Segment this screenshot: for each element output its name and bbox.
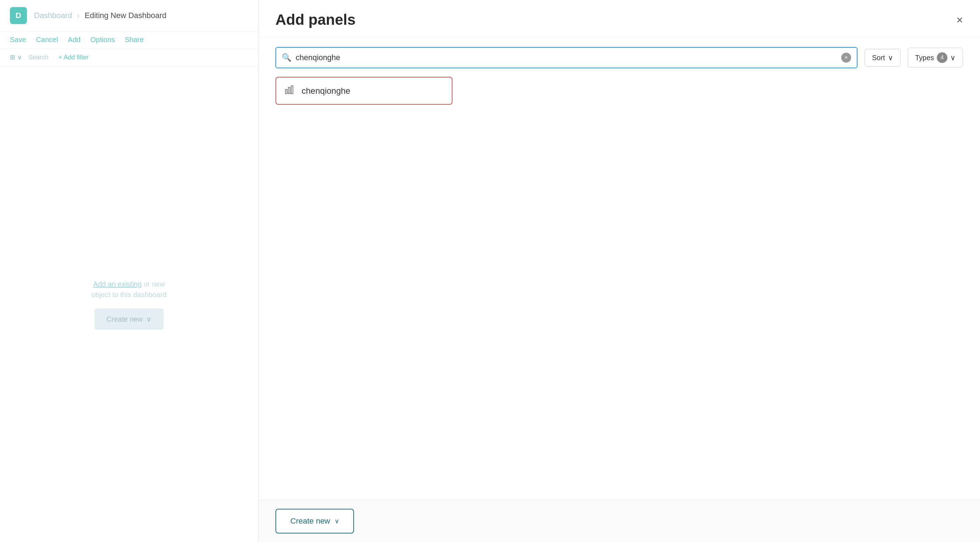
types-chevron-icon: ∨ xyxy=(950,54,956,62)
search-placeholder-text: Search xyxy=(28,54,48,61)
top-bar: D Dashboard › Editing New Dashboard xyxy=(0,0,258,32)
panel-footer: Create new ∨ xyxy=(258,500,980,542)
action-bar: Save Cancel Add Options Share xyxy=(0,32,258,49)
panel-title: Add panels xyxy=(275,11,355,28)
add-filter-button[interactable]: + Add filter xyxy=(59,54,89,61)
search-bar-area: 🔍 × Sort ∨ Types 4 ∨ xyxy=(258,37,980,68)
types-button[interactable]: Types 4 ∨ xyxy=(908,48,963,68)
result-item[interactable]: chenqionghe xyxy=(275,77,452,105)
search-area: Search xyxy=(28,54,48,61)
create-new-button-left[interactable]: Create new ∨ xyxy=(94,309,164,330)
empty-state-text: Add an existing or new object to this da… xyxy=(91,279,166,300)
search-input-wrapper: 🔍 × xyxy=(275,47,858,68)
close-button[interactable]: × xyxy=(956,14,963,25)
breadcrumb-editing: Editing New Dashboard xyxy=(84,11,166,20)
filter-bar: ⊞ ∨ Search + Add filter xyxy=(0,49,258,67)
filter-chevron-icon: ∨ xyxy=(18,54,22,61)
share-button[interactable]: Share xyxy=(125,36,143,44)
sort-button[interactable]: Sort ∨ xyxy=(865,49,901,67)
filter-icon-button[interactable]: ⊞ ∨ xyxy=(10,54,22,61)
breadcrumb-dashboard: Dashboard xyxy=(34,11,72,20)
search-input[interactable] xyxy=(296,53,837,62)
types-count-badge: 4 xyxy=(937,52,947,63)
add-existing-link[interactable]: Add an existing xyxy=(93,280,142,288)
options-button[interactable]: Options xyxy=(90,36,115,44)
clear-search-button[interactable]: × xyxy=(841,53,851,63)
chevron-down-icon: ∨ xyxy=(146,315,151,323)
results-area: chenqionghe xyxy=(258,68,980,500)
types-label: Types xyxy=(915,54,934,62)
avatar: D xyxy=(10,7,27,24)
empty-state-description: object to this dashboard xyxy=(91,291,166,299)
chevron-down-icon: ∨ xyxy=(334,517,339,525)
create-new-button-right[interactable]: Create new ∨ xyxy=(275,509,354,534)
svg-rect-0 xyxy=(285,89,287,94)
svg-rect-1 xyxy=(288,87,290,94)
add-button[interactable]: Add xyxy=(68,36,81,44)
cancel-button[interactable]: Cancel xyxy=(36,36,58,44)
breadcrumb: Dashboard › Editing New Dashboard xyxy=(34,11,166,20)
filter-icon: ⊞ xyxy=(10,54,15,61)
left-panel: D Dashboard › Editing New Dashboard Save… xyxy=(0,0,258,542)
svg-rect-2 xyxy=(291,86,293,94)
sort-label: Sort xyxy=(872,54,885,62)
save-button[interactable]: Save xyxy=(10,36,26,44)
result-name: chenqionghe xyxy=(302,86,350,96)
breadcrumb-separator: › xyxy=(77,11,80,20)
empty-state: Add an existing or new object to this da… xyxy=(0,67,258,542)
panel-header: Add panels × xyxy=(258,0,980,37)
search-icon: 🔍 xyxy=(282,53,291,62)
empty-state-or: or new xyxy=(144,280,165,288)
chart-icon xyxy=(285,84,294,97)
add-panels-panel: Add panels × 🔍 × Sort ∨ Types 4 ∨ xyxy=(258,0,980,542)
sort-chevron-icon: ∨ xyxy=(888,54,893,62)
